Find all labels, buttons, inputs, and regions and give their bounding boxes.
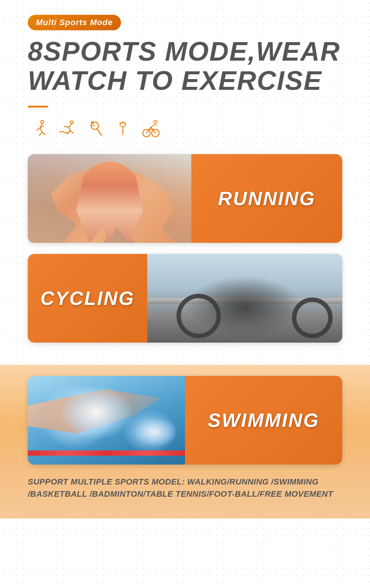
running-text: RUNNING (218, 187, 316, 210)
svg-point-24 (154, 120, 157, 123)
sport-icons-row (28, 118, 342, 139)
svg-line-4 (39, 132, 42, 135)
swimming-card-image (28, 376, 185, 465)
svg-line-9 (64, 126, 69, 127)
svg-line-8 (69, 124, 72, 127)
running-card-image (28, 154, 191, 243)
sport-cards-section: RUNNING CYCLING (28, 154, 342, 343)
swimming-icon (56, 118, 77, 139)
sports-mode-badge: Multi Sports Mode (28, 15, 121, 30)
badminton-icon (112, 118, 134, 139)
swimming-card-label: SWIMMING (185, 376, 342, 465)
section-divider (28, 106, 48, 108)
running-icon (28, 118, 49, 139)
svg-line-11 (70, 131, 73, 133)
cycling-card: CYCLING (28, 254, 342, 343)
cycling-text: CYCLING (40, 287, 135, 309)
support-text: SUPPORT MULTIPLE SPORTS MODEL: WALKING/R… (28, 476, 342, 500)
main-heading: 8SPORTS MODE,WEAR WATCH TO EXERCISE (28, 37, 342, 95)
running-card: RUNNING (28, 154, 342, 243)
swimming-text: SWIMMING (208, 409, 319, 431)
svg-line-3 (40, 128, 42, 132)
svg-line-10 (69, 127, 70, 131)
svg-line-2 (37, 128, 40, 130)
svg-line-5 (42, 132, 45, 135)
cycling-icon (140, 118, 162, 139)
svg-line-14 (97, 129, 101, 135)
cycling-card-label: CYCLING (28, 254, 147, 343)
svg-line-25 (151, 125, 154, 127)
table-tennis-icon (84, 118, 105, 139)
running-card-label: RUNNING (191, 154, 342, 243)
cycling-card-image (147, 254, 342, 343)
swimming-card: SWIMMING (28, 376, 342, 465)
